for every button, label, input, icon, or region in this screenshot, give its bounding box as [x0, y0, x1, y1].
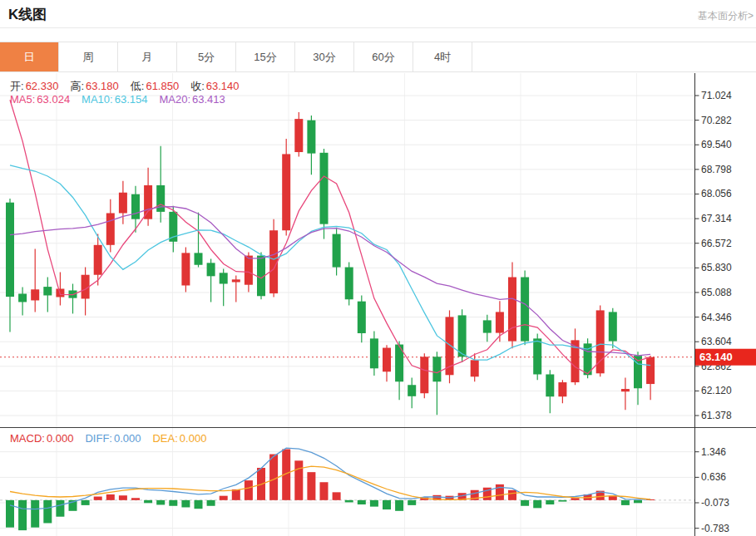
ohlc-readout: 开:62.330高:63.180低:61.850收:63.140: [10, 79, 251, 94]
header-divider: [0, 27, 756, 28]
tab-bar: 日周月5分15分30分60分4时: [0, 42, 756, 72]
svg-text:66.572: 66.572: [701, 238, 732, 249]
svg-text:71.024: 71.024: [701, 90, 732, 101]
y-axis: 71.02470.28269.54068.79868.05667.31466.5…: [695, 90, 733, 534]
svg-text:0.636: 0.636: [701, 471, 726, 483]
svg-text:67.314: 67.314: [701, 213, 732, 224]
kline-chart[interactable]: 71.02470.28269.54068.79868.05667.31466.5…: [0, 73, 756, 536]
macd-readout: MACD:0.000: [10, 432, 73, 445]
ma10-line: [10, 165, 650, 366]
svg-text:1.346: 1.346: [701, 446, 726, 458]
svg-text:69.540: 69.540: [701, 139, 732, 150]
diff-readout: DIFF:0.000: [85, 432, 141, 445]
grid: [0, 73, 694, 536]
svg-text:61.378: 61.378: [701, 410, 732, 421]
svg-text:70.282: 70.282: [701, 115, 732, 126]
tab-15分[interactable]: 15分: [236, 42, 295, 71]
svg-text:68.056: 68.056: [701, 188, 732, 199]
ma20-readout: MA20:63.413: [159, 93, 225, 106]
tab-30分[interactable]: 30分: [295, 42, 354, 71]
tab-日[interactable]: 日: [0, 42, 59, 71]
dea-line: [10, 466, 650, 499]
tab-4时[interactable]: 4时: [413, 42, 472, 71]
svg-text:68.798: 68.798: [701, 164, 732, 175]
candles-group: [6, 112, 655, 415]
open-readout: 开:62.330: [10, 80, 58, 92]
svg-text:-0.073: -0.073: [701, 497, 729, 509]
price-marker: 63.140: [695, 349, 756, 366]
kline-widget: K线图 基本面分析> 日周月5分15分30分60分4时 开:62.330高:63…: [0, 0, 756, 536]
svg-text:63.140: 63.140: [699, 351, 733, 363]
tab-60分[interactable]: 60分: [354, 42, 413, 71]
page-title: K线图: [8, 5, 47, 24]
ma-readout: MA5:63.024MA10:63.154MA20:63.413: [10, 93, 237, 106]
tab-5分[interactable]: 5分: [177, 42, 236, 71]
dea-readout: DEA:0.000: [152, 432, 206, 445]
macd-histogram: [6, 450, 655, 531]
high-readout: 高:63.180: [70, 80, 118, 92]
tab-周[interactable]: 周: [59, 42, 118, 71]
svg-text:65.830: 65.830: [701, 262, 732, 273]
svg-text:63.604: 63.604: [701, 336, 732, 347]
low-readout: 低:61.850: [131, 80, 179, 92]
fundamental-analysis-link[interactable]: 基本面分析>: [698, 9, 754, 23]
svg-text:65.088: 65.088: [701, 287, 732, 298]
ma10-readout: MA10:63.154: [82, 93, 147, 106]
macd-readout: MACD:0.000DIFF:0.000DEA:0.000: [10, 432, 218, 445]
svg-text:64.346: 64.346: [701, 312, 732, 323]
svg-text:-0.783: -0.783: [701, 523, 729, 534]
ma20-line: [10, 207, 650, 356]
svg-text:62.120: 62.120: [701, 385, 732, 396]
tab-月[interactable]: 月: [118, 42, 177, 71]
close-readout: 收:63.140: [190, 80, 239, 92]
ma5-readout: MA5:63.024: [10, 93, 70, 106]
